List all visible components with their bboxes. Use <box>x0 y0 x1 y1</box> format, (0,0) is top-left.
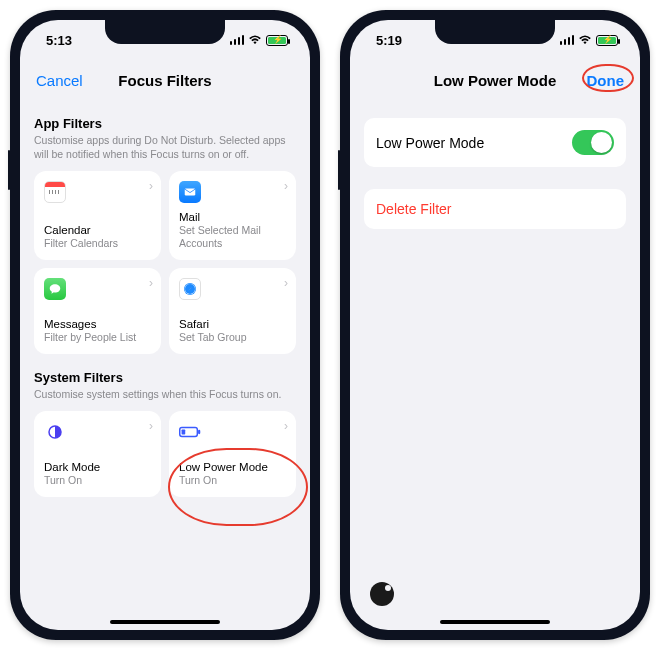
card-title: Messages <box>44 318 151 330</box>
messages-icon <box>44 278 66 300</box>
row-label: Low Power Mode <box>376 135 484 151</box>
home-indicator[interactable] <box>110 620 220 624</box>
status-time: 5:13 <box>46 33 72 48</box>
card-title: Low Power Mode <box>179 461 286 473</box>
phone-right: 5:19 Low Power Mode Done Low Power Mode … <box>340 10 650 640</box>
safari-icon <box>179 278 201 300</box>
status-time: 5:19 <box>376 33 402 48</box>
notch <box>435 20 555 44</box>
page-title: Low Power Mode <box>434 72 557 89</box>
svg-rect-0 <box>185 189 196 196</box>
navbar: Low Power Mode Done <box>350 60 640 100</box>
done-button[interactable]: Done <box>587 72 625 89</box>
page-title: Focus Filters <box>118 72 211 89</box>
system-filters-grid: › Dark Mode Turn On › Low Power M <box>34 411 296 497</box>
status-indicators <box>230 35 289 46</box>
card-title: Calendar <box>44 224 151 236</box>
cellular-icon <box>560 35 575 45</box>
screen-right: 5:19 Low Power Mode Done Low Power Mode … <box>350 20 640 630</box>
chevron-right-icon: › <box>149 179 153 193</box>
cancel-button[interactable]: Cancel <box>36 72 83 89</box>
card-sub: Filter by People List <box>44 331 151 344</box>
chevron-right-icon: › <box>149 276 153 290</box>
filter-card-calendar[interactable]: › Calendar Filter Calendars <box>34 171 161 259</box>
card-title: Mail <box>179 211 286 223</box>
card-sub: Filter Calendars <box>44 237 151 250</box>
low-power-mode-toggle[interactable] <box>572 130 614 155</box>
card-sub: Set Tab Group <box>179 331 286 344</box>
cellular-icon <box>230 35 245 45</box>
system-filters-sub: Customise system settings when this Focu… <box>34 387 296 401</box>
content: App Filters Customise apps during Do Not… <box>20 100 310 630</box>
svg-rect-7 <box>182 429 186 434</box>
battery-low-icon <box>179 421 201 443</box>
screen-left: 5:13 Cancel Focus Filters App Filters Cu… <box>20 20 310 630</box>
navbar: Cancel Focus Filters <box>20 60 310 100</box>
wifi-icon <box>578 35 592 45</box>
low-power-mode-row: Low Power Mode <box>364 118 626 167</box>
svg-rect-6 <box>198 430 200 434</box>
notch <box>105 20 225 44</box>
delete-filter-button[interactable]: Delete Filter <box>364 189 626 229</box>
card-title: Safari <box>179 318 286 330</box>
chevron-right-icon: › <box>284 179 288 193</box>
phone-left: 5:13 Cancel Focus Filters App Filters Cu… <box>10 10 320 640</box>
card-title: Dark Mode <box>44 461 151 473</box>
battery-icon <box>596 35 618 46</box>
chevron-right-icon: › <box>284 419 288 433</box>
filter-card-low-power-mode[interactable]: › Low Power Mode Turn On <box>169 411 296 497</box>
system-filters-heading: System Filters <box>34 370 296 385</box>
card-sub: Turn On <box>179 474 286 487</box>
content: Low Power Mode Delete Filter <box>350 100 640 630</box>
filter-card-dark-mode[interactable]: › Dark Mode Turn On <box>34 411 161 497</box>
mail-icon <box>179 181 201 203</box>
watermark-icon <box>370 582 394 606</box>
chevron-right-icon: › <box>284 276 288 290</box>
filter-card-messages[interactable]: › Messages Filter by People List <box>34 268 161 354</box>
dark-mode-icon <box>44 421 66 443</box>
status-indicators <box>560 35 619 46</box>
app-filters-heading: App Filters <box>34 116 296 131</box>
card-sub: Set Selected Mail Accounts <box>179 224 286 249</box>
calendar-icon <box>44 181 66 203</box>
home-indicator[interactable] <box>440 620 550 624</box>
chevron-right-icon: › <box>149 419 153 433</box>
filter-card-safari[interactable]: › Safari Set Tab Group <box>169 268 296 354</box>
filter-card-mail[interactable]: › Mail Set Selected Mail Accounts <box>169 171 296 259</box>
svg-point-3 <box>185 284 195 294</box>
app-filters-grid: › Calendar Filter Calendars › Mail Set S… <box>34 171 296 353</box>
wifi-icon <box>248 35 262 45</box>
app-filters-sub: Customise apps during Do Not Disturb. Se… <box>34 133 296 161</box>
card-sub: Turn On <box>44 474 151 487</box>
battery-icon <box>266 35 288 46</box>
